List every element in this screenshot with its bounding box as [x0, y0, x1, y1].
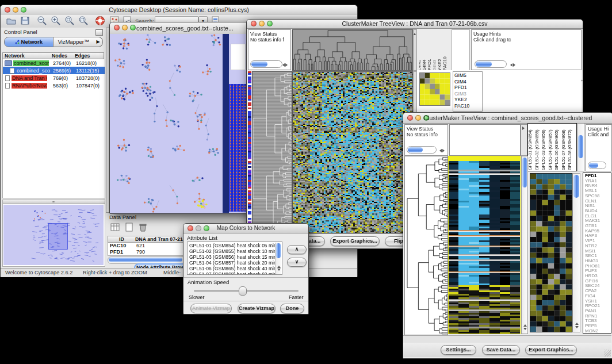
create-vizmap-button[interactable]: Create Vizmap: [238, 304, 276, 313]
open-session-icon[interactable]: [5, 15, 17, 26]
resize-grip[interactable]: [604, 350, 611, 357]
row-id: PAC10: [108, 243, 136, 249]
export-graphics-button[interactable]: Export Graphics...: [525, 345, 577, 355]
gene-label[interactable]: GIM3: [454, 91, 481, 97]
zoom-vscrollbar[interactable]: [572, 173, 580, 332]
help-lifebuoy-icon[interactable]: [94, 15, 106, 26]
view-status-title: View Status: [248, 30, 290, 37]
attribute-list-item[interactable]: GPL51-03 (GSM856) heat shock 15 min: [189, 254, 282, 260]
settings-button[interactable]: Settings...: [441, 345, 476, 355]
column-labels-vscrollbar[interactable]: [577, 123, 584, 171]
column-dendrogram[interactable]: [292, 29, 413, 71]
attribute-list-item[interactable]: GPL51-01 (GSM854) heat shock 05 min: [189, 243, 282, 248]
usage-hints-text: Click and: [586, 132, 611, 137]
status-middle-hint: Middle-: [163, 270, 181, 275]
cytoscape-titlebar[interactable]: Cytoscape Desktop (Session Name: collins…: [1, 5, 357, 16]
attribute-list[interactable]: GPL51-01 (GSM854) heat shock 05 minGPL51…: [187, 242, 282, 275]
view-status-scrollbar[interactable]: [407, 146, 437, 154]
slider-max-label: Faster: [289, 294, 304, 300]
animation-speed-label: Animation Speed: [188, 279, 229, 285]
column-label: PAC10: [442, 56, 447, 71]
tab-network[interactable]: Network: [4, 37, 53, 47]
status-zoom-hint: Right-click + drag to ZOOM: [83, 270, 147, 275]
network-nodes: 2764(0): [53, 60, 71, 66]
network-tree-row[interactable]: combined_scores2764(0)16218(0): [3, 59, 105, 67]
dendro-scroll-sliver[interactable]: [413, 29, 417, 71]
treeview-combined-buttonbar: Settings... Save Data... Export Graphics…: [403, 343, 611, 357]
network-overview[interactable]: [2, 204, 105, 267]
usage-hints-scrollbar[interactable]: [475, 60, 507, 68]
attribute-select-icon[interactable]: [110, 222, 120, 235]
view-status-scrollbar[interactable]: [250, 60, 282, 68]
tab-overflow-arrow[interactable]: ▶: [94, 37, 103, 47]
attribute-list-item[interactable]: GPL51-02 (GSM855) heat shock 10 min: [189, 248, 282, 254]
save-session-icon[interactable]: [19, 15, 30, 26]
move-up-button[interactable]: ∧: [287, 245, 307, 254]
network-edges: 13112(15): [76, 68, 99, 74]
gene-label[interactable]: GIM4: [454, 79, 481, 85]
column-label: GPL51-01 (GSM854): [527, 129, 533, 170]
network-tree-row[interactable]: combined_sco2569(6)13112(15): [3, 67, 105, 74]
file-icon: [10, 68, 14, 74]
control-panel-title: Control Panel: [2, 28, 37, 35]
column-label: PFD1: [427, 59, 432, 71]
network-name: RNAPuberNov2+I: [12, 83, 47, 89]
usage-hints-text: Click and drag tc: [472, 37, 581, 43]
zoom-heatmap[interactable]: [419, 72, 450, 106]
edges-col-header[interactable]: Edges: [73, 52, 104, 59]
map-colors-dialog: Map Colors to Network Attribute List GPL…: [183, 223, 309, 315]
usage-hints-panel: Usage Hints Click and drag tc: [471, 29, 582, 70]
gene-label[interactable]: PFD1: [454, 85, 481, 91]
attribute-list-item[interactable]: GPL51-04 (GSM857) heat shock 20 min: [189, 260, 282, 266]
control-panel: Control Panel Network VizMapper™ ▶ Netwo…: [1, 28, 106, 268]
zoom-column-labels: GPL51-01 (GSM854)GPL51-02 (GSM855)GPL51-…: [527, 123, 577, 171]
heatmap-vscrollbar[interactable]: [521, 156, 528, 334]
column-dendrogram-area[interactable]: [449, 124, 521, 156]
gene-label-list: PFD1YRA1RNR4MSL1SPC98CLN1NIS1BUD4ELG1MAK…: [583, 173, 611, 334]
delete-attribute-icon[interactable]: [137, 222, 148, 235]
zoom-in-icon[interactable]: [50, 15, 62, 26]
treeview-combined-titlebar[interactable]: ClusterMaker TreeView : combined_scores_…: [403, 113, 612, 124]
save-data-button[interactable]: Save Data...: [482, 345, 520, 355]
view-status-panel: View Status No status info: [404, 124, 448, 156]
global-heatmap[interactable]: [448, 156, 521, 334]
move-down-button[interactable]: ∨: [287, 258, 307, 267]
new-attribute-icon[interactable]: [124, 222, 134, 235]
zoom-selected-icon[interactable]: [78, 15, 89, 26]
nodes-col-header[interactable]: Nodes: [50, 52, 74, 59]
usage-hints-scrollbar[interactable]: [588, 162, 606, 169]
zoom-heatmap[interactable]: [530, 173, 572, 332]
network-tree-table: combined_scores2764(0)16218(0)combined_s…: [2, 59, 105, 92]
gene-label[interactable]: YKE2: [454, 97, 481, 103]
minimize-button[interactable]: [122, 25, 128, 30]
network-tree-row[interactable]: RNAPuberNov2+I563(0)107847(0): [3, 82, 105, 89]
gene-label[interactable]: GIM5: [454, 72, 481, 79]
animation-slider-thumb[interactable]: [239, 286, 247, 296]
column-label: GIM4: [422, 59, 427, 71]
done-button[interactable]: Done: [280, 304, 304, 313]
row-dendrogram[interactable]: [252, 71, 292, 233]
export-graphics-button[interactable]: Export Graphics...: [330, 236, 380, 246]
zoom-button[interactable]: [130, 25, 136, 30]
attribute-list-item[interactable]: GPL51-06 (GSM865) heat shock 40 min: [189, 266, 282, 271]
dendro-scroll-sliver[interactable]: [521, 124, 527, 156]
float-panel-icon[interactable]: [95, 29, 103, 36]
row-dendrogram[interactable]: [404, 156, 448, 335]
network-overview-canvas[interactable]: [3, 205, 104, 265]
dialog-titlebar[interactable]: Map Colors to Network: [183, 224, 308, 233]
gene-label[interactable]: PAC10: [454, 103, 481, 109]
id-col-header[interactable]: ID: [108, 236, 134, 243]
treeview-dna-titlebar[interactable]: ClusterMaker TreeView : DNA and Tran 07-…: [247, 20, 583, 29]
global-heatmap[interactable]: [292, 71, 413, 233]
network-tree-row[interactable]: DNA and Tran 07769(0)183728(0): [3, 74, 105, 82]
close-button[interactable]: [114, 25, 120, 30]
tab-network-label: Network: [21, 39, 43, 45]
gene-label[interactable]: MON2: [585, 329, 611, 334]
attribute-list-vscrollbar[interactable]: [275, 243, 281, 274]
network-col-header[interactable]: Network: [2, 52, 51, 59]
attribute-list-item[interactable]: GPL51-07 (GSM868) heat shock 60 min: [189, 271, 282, 275]
tab-vizmapper-label: VizMapper™: [58, 39, 90, 45]
zoom-out-icon[interactable]: [36, 15, 48, 26]
zoom-fit-icon[interactable]: [64, 15, 75, 26]
tab-vizmapper[interactable]: VizMapper™: [53, 37, 94, 47]
